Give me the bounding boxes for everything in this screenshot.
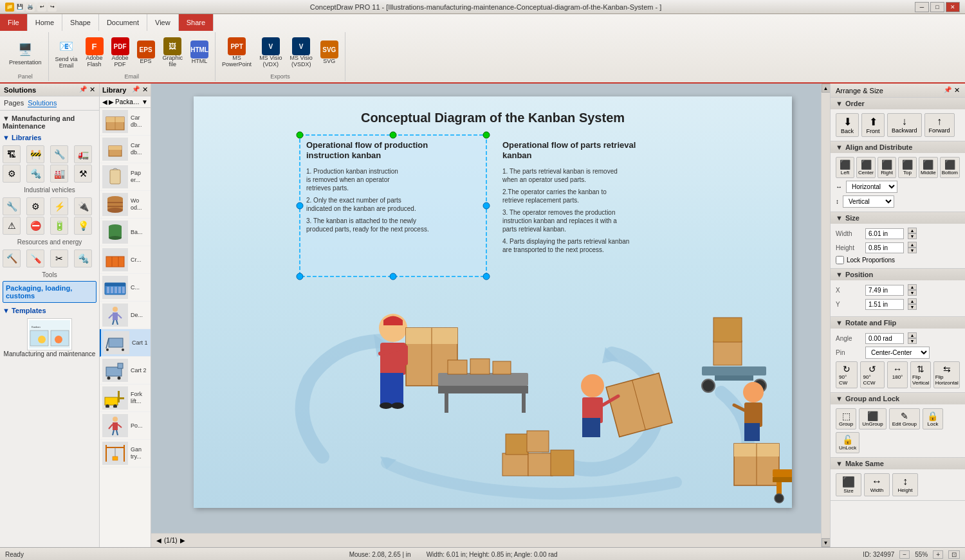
lib-item-4[interactable]: Ba... xyxy=(100,219,151,246)
icon-forklift[interactable]: 🏗 xyxy=(3,145,21,163)
solutions-pin-btn[interactable]: 📌 xyxy=(79,86,87,94)
zoom-in-btn[interactable]: + xyxy=(933,550,943,559)
make-same-width-btn[interactable]: ↔ Width xyxy=(864,473,890,496)
toolbar-icon3[interactable]: 🖨️ xyxy=(26,3,35,12)
icon-bulldozer[interactable]: 🚧 xyxy=(26,145,44,163)
front-btn[interactable]: ⬆ Front xyxy=(861,113,885,137)
icon-warning[interactable]: ⚠ xyxy=(3,217,21,235)
lib-item-10[interactable]: Forklift... xyxy=(100,384,151,412)
eps-btn[interactable]: EPS EPS xyxy=(134,39,158,66)
canvas[interactable]: Conceptual Diagram of the Kanban System … xyxy=(194,96,792,508)
powerpoint-btn[interactable]: PPT MSPowerPoint xyxy=(219,36,254,69)
pin-dropdown[interactable]: Center-Center Top-Left Top-Right xyxy=(865,347,930,359)
icon-tool3[interactable]: ✂ xyxy=(50,249,68,267)
icon-vehicle3[interactable]: 🏭 xyxy=(50,165,68,183)
rotate-title[interactable]: ▼ Rotate and Flip xyxy=(831,317,965,329)
order-title[interactable]: ▼ Order xyxy=(831,98,965,109)
icon-crane[interactable]: 🔧 xyxy=(50,145,68,163)
vertical-dropdown[interactable]: Vertical Horizontal xyxy=(843,195,894,208)
toolbar-icon1[interactable]: 📁 xyxy=(5,3,14,12)
icon-resource2[interactable]: 🔋 xyxy=(50,217,68,235)
icon-vehicle4[interactable]: ⚒ xyxy=(74,165,92,183)
back-btn[interactable]: ⬇ Back xyxy=(836,113,859,137)
lib-item-9[interactable]: Cart 2 xyxy=(100,357,151,384)
solutions-close-btn[interactable]: ✕ xyxy=(89,86,95,94)
x-up[interactable]: ▲ xyxy=(908,284,917,290)
send-email-btn[interactable]: 📧 Send viaEmail xyxy=(53,35,80,71)
arrange-close-btn[interactable]: ✕ xyxy=(954,86,960,95)
redo-btn[interactable]: ↪ xyxy=(48,3,57,12)
v-scrollbar[interactable]: ▲ ▼ xyxy=(821,84,830,547)
width-input[interactable] xyxy=(865,228,904,239)
height-up[interactable]: ▲ xyxy=(908,242,917,248)
fit-btn[interactable]: ⊡ xyxy=(948,550,960,559)
width-up[interactable]: ▲ xyxy=(908,228,917,233)
lock-checkbox[interactable] xyxy=(836,256,844,264)
icon-warning2[interactable]: ⛔ xyxy=(26,217,44,235)
y-input[interactable] xyxy=(865,299,904,310)
group-btn[interactable]: ⬚ Group xyxy=(836,408,856,429)
lock-btn[interactable]: 🔒 Lock xyxy=(923,408,943,429)
nav-prev[interactable]: ◀ xyxy=(156,537,161,544)
tab-share[interactable]: Share xyxy=(179,14,214,31)
y-down[interactable]: ▼ xyxy=(908,304,917,310)
flip-v-btn[interactable]: ⇅ FlipVertical xyxy=(910,361,931,388)
close-btn[interactable]: ✕ xyxy=(946,2,960,12)
align-bottom-btn[interactable]: ⬛ Bottom xyxy=(940,157,960,178)
align-top-btn[interactable]: ⬛ Top xyxy=(898,157,917,178)
nav-solutions[interactable]: Solutions xyxy=(28,99,57,107)
angle-up[interactable]: ▲ xyxy=(908,332,917,338)
align-right-btn[interactable]: ⬛ Right xyxy=(878,157,896,178)
presentation-btn[interactable]: 🖥️ Presentation xyxy=(6,38,44,68)
horizontal-dropdown[interactable]: Horizontal Vertical xyxy=(846,181,897,193)
template-item[interactable]: Kanban Manufacturing and maintenance xyxy=(3,318,96,357)
undo-btn[interactable]: ↩ xyxy=(37,3,46,12)
width-down[interactable]: ▼ xyxy=(908,233,917,239)
backward-btn[interactable]: ↓ Backward xyxy=(887,113,922,137)
graphic-btn[interactable]: 🖼 Graphicfile xyxy=(160,36,186,69)
icon-bolt[interactable]: ⚡ xyxy=(50,197,68,215)
icon-truck[interactable]: 🚛 xyxy=(74,145,92,163)
icon-gear[interactable]: ⚙ xyxy=(26,197,44,215)
icon-loader[interactable]: 🔩 xyxy=(26,165,44,183)
icon-tool4[interactable]: 🔩 xyxy=(74,249,92,267)
lib-item-2[interactable]: Paper... xyxy=(100,163,151,191)
edit-group-btn[interactable]: ✎ Edit Group xyxy=(889,408,920,429)
align-title[interactable]: ▼ Align and Distribute xyxy=(831,141,965,153)
align-middle-btn[interactable]: ⬛ Middle xyxy=(919,157,938,178)
lib-item-8[interactable]: Cart 1 xyxy=(100,329,151,357)
y-up[interactable]: ▲ xyxy=(908,298,917,304)
make-same-title[interactable]: ▼ Make Same xyxy=(831,458,965,469)
angle-input[interactable] xyxy=(865,333,904,344)
nav-back[interactable]: ◀ xyxy=(102,98,107,105)
tab-home[interactable]: Home xyxy=(28,14,62,31)
rotate-180-btn[interactable]: ↔ 180° xyxy=(887,361,908,388)
group-title[interactable]: ▼ Group and Lock xyxy=(831,393,965,404)
visio-vdx-btn[interactable]: V MS Visio(VDX) xyxy=(257,36,284,69)
icon-wrench[interactable]: 🔧 xyxy=(3,197,21,215)
maximize-btn[interactable]: □ xyxy=(930,2,944,12)
svg-btn[interactable]: SVG SVG xyxy=(318,39,341,66)
lib-item-6[interactable]: C... xyxy=(100,274,151,302)
ungroup-btn[interactable]: ⬛ UnGroup xyxy=(859,408,886,429)
size-title[interactable]: ▼ Size xyxy=(831,212,965,224)
tab-view[interactable]: View xyxy=(147,14,179,31)
lib-item-12[interactable]: Gantry... xyxy=(100,440,151,467)
lib-item-7[interactable]: De... xyxy=(100,302,151,329)
adobe-pdf-btn[interactable]: PDF AdobePDF xyxy=(109,36,132,69)
unlock-btn[interactable]: 🔓 UnLock xyxy=(836,432,859,453)
visio-vsdx-btn[interactable]: V MS Visio(VSDX) xyxy=(287,36,315,69)
x-down[interactable]: ▼ xyxy=(908,290,917,296)
angle-down[interactable]: ▼ xyxy=(908,338,917,344)
icon-resource3[interactable]: 💡 xyxy=(74,217,92,235)
lib-item-3[interactable]: Wood... xyxy=(100,191,151,219)
lib-item-0[interactable]: Cardb... xyxy=(100,108,151,136)
libraries-section[interactable]: ▼ Libraries xyxy=(3,131,96,143)
breadcrumb-dropdown[interactable]: ▼ xyxy=(142,98,148,105)
rotate-90cw-btn[interactable]: ↻ 90° CW xyxy=(836,361,858,388)
library-close-btn[interactable]: ✕ xyxy=(142,86,148,94)
tab-shape[interactable]: Shape xyxy=(62,14,99,31)
icon-tool2[interactable]: 🪛 xyxy=(26,249,44,267)
x-input[interactable] xyxy=(865,285,904,296)
icon-resource1[interactable]: 🔌 xyxy=(74,197,92,215)
